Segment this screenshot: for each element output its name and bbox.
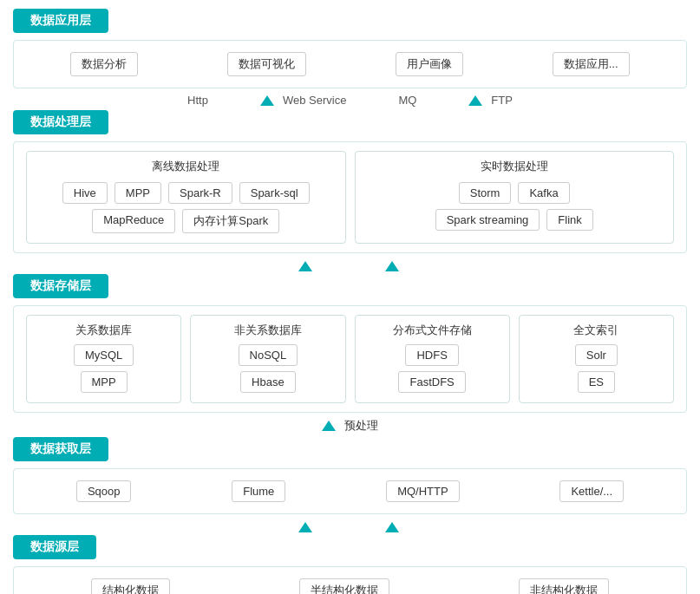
source-layer-header: 数据源层 — [13, 535, 96, 559]
offline-mapreduce: MapReduce — [92, 209, 175, 233]
acquisition-layer-header: 数据获取层 — [13, 437, 108, 461]
application-layer-header: 数据应用层 — [13, 9, 108, 33]
realtime-row1: Storm Kafka — [363, 180, 667, 206]
processing-layer-content: 离线数据处理 Hive MPP Spark-R Spark-sql MapRed… — [26, 151, 674, 244]
storage-col-0: 关系数据库 MySQL MPP — [26, 315, 181, 403]
storage-col-1-items: NoSQL Hbase — [198, 342, 337, 395]
storage-col-0-items: MySQL MPP — [34, 342, 173, 395]
acq-flume: Flume — [232, 480, 285, 502]
connector-4 — [13, 519, 687, 535]
conn1-ftp: FTP — [468, 94, 513, 107]
arrow-up-preprocess — [322, 421, 336, 431]
acquisition-layer-content: Sqoop Flume MQ/HTTP Kettle/... — [26, 478, 674, 505]
offline-row1: Hive MPP Spark-R Spark-sql — [34, 180, 338, 206]
application-layer-content: 数据分析 数据可视化 用户画像 数据应用... — [26, 49, 674, 79]
storage-col-2-items: HDFS FastDFS — [363, 342, 502, 395]
storage-col-3-items: Solr ES — [527, 342, 666, 395]
conn1-webservice: Web Service — [260, 94, 346, 107]
storage-col-1: 非关系数据库 NoSQL Hbase — [190, 315, 345, 403]
app-item-1: 数据可视化 — [227, 52, 306, 76]
offline-title: 离线数据处理 — [34, 159, 338, 174]
storage-hdfs: HDFS — [405, 344, 458, 366]
conn1-http: Http — [187, 94, 208, 107]
acq-sqoop: Sqoop — [76, 480, 132, 502]
realtime-box: 实时数据处理 Storm Kafka Spark streaming Flink — [355, 151, 675, 244]
processing-layer-header: 数据处理层 — [13, 110, 108, 134]
offline-spark-mem: 内存计算Spark — [182, 209, 279, 233]
arrow-up-conn2-left — [298, 261, 312, 271]
realtime-row2: Spark streaming Flink — [363, 206, 667, 233]
offline-hive: Hive — [62, 182, 108, 204]
app-item-2: 用户画像 — [396, 52, 463, 76]
storage-col-3: 全文索引 Solr ES — [519, 315, 674, 403]
storage-col-0-title: 关系数据库 — [34, 323, 173, 338]
acq-mq-http: MQ/HTTP — [386, 480, 460, 502]
connector-2 — [13, 258, 687, 274]
application-layer: 数据应用层 数据分析 数据可视化 用户画像 数据应用... — [13, 9, 687, 88]
storage-col-2-title: 分布式文件存储 — [363, 323, 502, 338]
offline-spark-r: Spark-R — [168, 182, 232, 204]
storage-fastdfs: FastDFS — [398, 371, 465, 393]
storage-layer-content: 关系数据库 MySQL MPP 非关系数据库 NoSQL Hbase 分布式文件… — [26, 315, 674, 403]
acquisition-layer: 数据获取层 Sqoop Flume MQ/HTTP Kettle/... — [13, 437, 687, 514]
arrow-up-webservice — [260, 95, 274, 106]
storage-es: ES — [578, 371, 615, 393]
app-item-3: 数据应用... — [553, 52, 630, 76]
realtime-kafka: Kafka — [518, 182, 569, 204]
processing-layer: 数据处理层 离线数据处理 Hive MPP Spark-R Spark-sql … — [13, 110, 687, 253]
arrow-up-conn2-right — [385, 261, 399, 271]
storage-mpp: MPP — [81, 371, 128, 393]
storage-solr: Solr — [575, 344, 618, 366]
realtime-flink: Flink — [546, 209, 592, 231]
arrow-up-ftp — [468, 95, 482, 106]
offline-row2: MapReduce 内存计算Spark — [34, 206, 338, 236]
storage-layer: 数据存储层 关系数据库 MySQL MPP 非关系数据库 NoSQL Hbase — [13, 274, 687, 413]
storage-layer-header: 数据存储层 — [13, 274, 108, 298]
offline-spark-sql: Spark-sql — [239, 182, 310, 204]
source-structured: 结构化数据 — [91, 578, 170, 594]
source-semi: 半结构化数据 — [299, 578, 389, 594]
acq-kettle: Kettle/... — [559, 480, 624, 502]
storage-nosql: NoSQL — [239, 344, 298, 366]
source-unstructured: 非结构化数据 — [519, 578, 609, 594]
offline-box: 离线数据处理 Hive MPP Spark-R Spark-sql MapRed… — [26, 151, 346, 244]
source-layer-content: 结构化数据 半结构化数据 非结构化数据 — [26, 576, 674, 594]
storage-col-1-title: 非关系数据库 — [198, 323, 337, 338]
storage-col-3-title: 全文索引 — [527, 323, 666, 338]
storage-hbase: Hbase — [240, 371, 296, 393]
storage-col-2: 分布式文件存储 HDFS FastDFS — [355, 315, 510, 403]
arrow-up-conn4-right — [385, 522, 399, 532]
offline-mpp: MPP — [114, 182, 161, 204]
realtime-spark-streaming: Spark streaming — [435, 209, 540, 231]
connector-3: 预处理 — [13, 418, 687, 434]
storage-mysql: MySQL — [74, 344, 134, 366]
realtime-title: 实时数据处理 — [363, 159, 667, 174]
preprocess-label: 预处理 — [344, 418, 378, 434]
app-item-0: 数据分析 — [70, 52, 138, 76]
arrow-up-conn4-left — [298, 522, 312, 532]
realtime-storm: Storm — [459, 182, 512, 204]
source-layer: 数据源层 结构化数据 半结构化数据 非结构化数据 — [13, 535, 687, 594]
conn1-mq: MQ — [398, 94, 416, 107]
connector-1: Http Web Service MQ FTP — [13, 94, 687, 107]
